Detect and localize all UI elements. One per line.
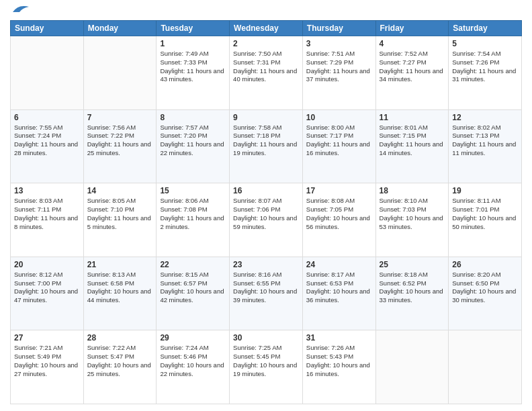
calendar-week-row: 20Sunrise: 8:12 AM Sunset: 7:00 PM Dayli… <box>11 257 522 330</box>
calendar-week-row: 6Sunrise: 7:55 AM Sunset: 7:24 PM Daylig… <box>11 109 522 183</box>
calendar-cell: 24Sunrise: 8:17 AM Sunset: 6:53 PM Dayli… <box>302 257 375 330</box>
cell-content: Sunrise: 8:03 AM Sunset: 7:11 PM Dayligh… <box>14 197 80 231</box>
cell-content: Sunrise: 8:17 AM Sunset: 6:53 PM Dayligh… <box>306 271 372 305</box>
day-number: 9 <box>233 113 299 122</box>
calendar-week-row: 27Sunrise: 7:21 AM Sunset: 5:49 PM Dayli… <box>11 330 522 404</box>
header <box>10 7 522 15</box>
cell-content: Sunrise: 8:15 AM Sunset: 6:57 PM Dayligh… <box>160 271 226 305</box>
calendar-cell: 9Sunrise: 7:58 AM Sunset: 7:18 PM Daylig… <box>230 109 303 183</box>
day-number: 8 <box>160 113 226 122</box>
calendar-week-row: 13Sunrise: 8:03 AM Sunset: 7:11 PM Dayli… <box>11 183 522 257</box>
cell-content: Sunrise: 7:54 AM Sunset: 7:26 PM Dayligh… <box>452 50 518 84</box>
calendar-cell: 10Sunrise: 8:00 AM Sunset: 7:17 PM Dayli… <box>302 109 375 183</box>
weekday-header: Thursday <box>302 21 375 36</box>
calendar-cell: 20Sunrise: 8:12 AM Sunset: 7:00 PM Dayli… <box>11 257 84 330</box>
calendar-cell: 7Sunrise: 7:56 AM Sunset: 7:22 PM Daylig… <box>83 109 157 183</box>
day-number: 16 <box>233 186 299 195</box>
day-number: 26 <box>452 260 518 269</box>
cell-content: Sunrise: 7:50 AM Sunset: 7:31 PM Dayligh… <box>233 50 299 84</box>
calendar-cell: 25Sunrise: 8:18 AM Sunset: 6:52 PM Dayli… <box>375 257 449 330</box>
weekday-header: Sunday <box>11 21 84 36</box>
calendar-cell: 4Sunrise: 7:52 AM Sunset: 7:27 PM Daylig… <box>375 36 449 110</box>
calendar-cell <box>449 330 522 404</box>
calendar-cell: 5Sunrise: 7:54 AM Sunset: 7:26 PM Daylig… <box>449 36 522 110</box>
cell-content: Sunrise: 8:18 AM Sunset: 6:52 PM Dayligh… <box>380 271 445 305</box>
cell-content: Sunrise: 7:52 AM Sunset: 7:27 PM Dayligh… <box>380 50 445 84</box>
day-number: 23 <box>233 260 299 269</box>
calendar-cell: 30Sunrise: 7:25 AM Sunset: 5:45 PM Dayli… <box>230 330 303 404</box>
calendar-cell: 16Sunrise: 8:07 AM Sunset: 7:06 PM Dayli… <box>230 183 303 257</box>
day-number: 17 <box>306 186 372 195</box>
cell-content: Sunrise: 8:07 AM Sunset: 7:06 PM Dayligh… <box>233 197 299 231</box>
calendar-body: 1Sunrise: 7:49 AM Sunset: 7:33 PM Daylig… <box>11 36 522 404</box>
day-number: 22 <box>160 260 226 269</box>
calendar-cell: 1Sunrise: 7:49 AM Sunset: 7:33 PM Daylig… <box>157 36 230 110</box>
calendar-cell: 27Sunrise: 7:21 AM Sunset: 5:49 PM Dayli… <box>11 330 84 404</box>
cell-content: Sunrise: 8:01 AM Sunset: 7:15 PM Dayligh… <box>380 124 445 158</box>
calendar-cell <box>375 330 449 404</box>
day-number: 5 <box>452 39 518 48</box>
calendar-cell: 8Sunrise: 7:57 AM Sunset: 7:20 PM Daylig… <box>157 109 230 183</box>
day-number: 2 <box>233 39 299 48</box>
calendar-cell: 14Sunrise: 8:05 AM Sunset: 7:10 PM Dayli… <box>83 183 157 257</box>
weekday-header: Wednesday <box>230 21 303 36</box>
calendar-cell <box>83 36 157 110</box>
cell-content: Sunrise: 8:10 AM Sunset: 7:03 PM Dayligh… <box>380 197 445 231</box>
calendar-cell: 28Sunrise: 7:22 AM Sunset: 5:47 PM Dayli… <box>83 330 157 404</box>
calendar-cell: 29Sunrise: 7:24 AM Sunset: 5:46 PM Dayli… <box>157 330 230 404</box>
weekday-header: Friday <box>375 21 449 36</box>
day-number: 10 <box>306 113 372 122</box>
calendar-cell: 21Sunrise: 8:13 AM Sunset: 6:58 PM Dayli… <box>83 257 157 330</box>
page: SundayMondayTuesdayWednesdayThursdayFrid… <box>0 0 532 411</box>
calendar-cell: 15Sunrise: 8:06 AM Sunset: 7:08 PM Dayli… <box>157 183 230 257</box>
day-number: 13 <box>14 186 80 195</box>
day-number: 11 <box>380 113 445 122</box>
cell-content: Sunrise: 8:05 AM Sunset: 7:10 PM Dayligh… <box>87 197 153 231</box>
logo <box>10 9 30 15</box>
calendar-cell: 3Sunrise: 7:51 AM Sunset: 7:29 PM Daylig… <box>302 36 375 110</box>
cell-content: Sunrise: 7:24 AM Sunset: 5:46 PM Dayligh… <box>160 344 226 378</box>
cell-content: Sunrise: 7:25 AM Sunset: 5:45 PM Dayligh… <box>233 344 299 378</box>
cell-content: Sunrise: 7:26 AM Sunset: 5:43 PM Dayligh… <box>306 344 372 378</box>
day-number: 24 <box>306 260 372 269</box>
calendar-cell: 13Sunrise: 8:03 AM Sunset: 7:11 PM Dayli… <box>11 183 84 257</box>
day-number: 4 <box>380 39 445 48</box>
day-number: 27 <box>14 333 80 342</box>
day-number: 20 <box>14 260 80 269</box>
calendar-cell: 12Sunrise: 8:02 AM Sunset: 7:13 PM Dayli… <box>449 109 522 183</box>
cell-content: Sunrise: 8:08 AM Sunset: 7:05 PM Dayligh… <box>306 197 372 231</box>
day-number: 18 <box>380 186 445 195</box>
weekday-header: Saturday <box>449 21 522 36</box>
calendar-cell: 22Sunrise: 8:15 AM Sunset: 6:57 PM Dayli… <box>157 257 230 330</box>
calendar-week-row: 1Sunrise: 7:49 AM Sunset: 7:33 PM Daylig… <box>11 36 522 110</box>
cell-content: Sunrise: 7:56 AM Sunset: 7:22 PM Dayligh… <box>87 124 153 158</box>
cell-content: Sunrise: 8:13 AM Sunset: 6:58 PM Dayligh… <box>87 271 153 305</box>
calendar-header-row: SundayMondayTuesdayWednesdayThursdayFrid… <box>11 21 522 36</box>
cell-content: Sunrise: 8:11 AM Sunset: 7:01 PM Dayligh… <box>452 197 518 231</box>
day-number: 29 <box>160 333 226 342</box>
calendar-cell: 19Sunrise: 8:11 AM Sunset: 7:01 PM Dayli… <box>449 183 522 257</box>
calendar-cell: 26Sunrise: 8:20 AM Sunset: 6:50 PM Dayli… <box>449 257 522 330</box>
calendar-cell: 17Sunrise: 8:08 AM Sunset: 7:05 PM Dayli… <box>302 183 375 257</box>
day-number: 12 <box>452 113 518 122</box>
day-number: 25 <box>380 260 445 269</box>
day-number: 28 <box>87 333 153 342</box>
day-number: 6 <box>14 113 80 122</box>
cell-content: Sunrise: 8:20 AM Sunset: 6:50 PM Dayligh… <box>452 271 518 305</box>
cell-content: Sunrise: 8:12 AM Sunset: 7:00 PM Dayligh… <box>14 271 80 305</box>
cell-content: Sunrise: 8:02 AM Sunset: 7:13 PM Dayligh… <box>452 124 518 158</box>
day-number: 21 <box>87 260 153 269</box>
calendar-cell: 23Sunrise: 8:16 AM Sunset: 6:55 PM Dayli… <box>230 257 303 330</box>
calendar-cell: 6Sunrise: 7:55 AM Sunset: 7:24 PM Daylig… <box>11 109 84 183</box>
cell-content: Sunrise: 8:16 AM Sunset: 6:55 PM Dayligh… <box>233 271 299 305</box>
cell-content: Sunrise: 7:55 AM Sunset: 7:24 PM Dayligh… <box>14 124 80 158</box>
calendar-cell <box>11 36 84 110</box>
calendar-cell: 2Sunrise: 7:50 AM Sunset: 7:31 PM Daylig… <box>230 36 303 110</box>
logo-wing-icon <box>11 3 30 15</box>
day-number: 7 <box>87 113 153 122</box>
day-number: 31 <box>306 333 372 342</box>
day-number: 15 <box>160 186 226 195</box>
cell-content: Sunrise: 7:21 AM Sunset: 5:49 PM Dayligh… <box>14 344 80 378</box>
weekday-header: Monday <box>83 21 157 36</box>
cell-content: Sunrise: 7:58 AM Sunset: 7:18 PM Dayligh… <box>233 124 299 158</box>
